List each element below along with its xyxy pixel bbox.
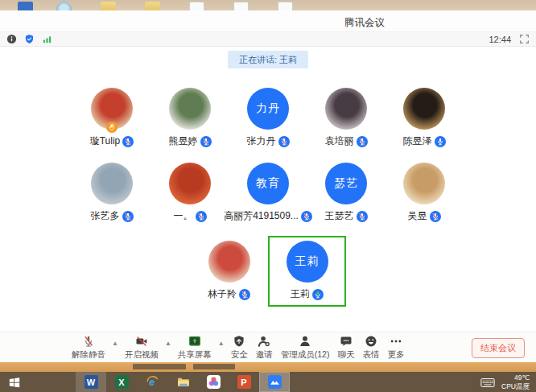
taskbar-excel-icon[interactable]: X <box>106 372 137 392</box>
participant-name: 王瑟艺 <box>325 209 354 223</box>
avatar <box>403 163 445 204</box>
avatar <box>91 88 133 130</box>
mic-muted-icon <box>122 211 134 222</box>
mic-muted-icon <box>430 211 441 222</box>
avatar-image <box>403 163 445 204</box>
participant-tile[interactable]: 力丹张力丹 <box>229 83 307 154</box>
desktop-icon[interactable] <box>278 2 293 10</box>
participant-tile[interactable]: 瑟艺王瑟艺 <box>307 158 386 229</box>
desktop-icon[interactable] <box>101 2 116 10</box>
participant-name-line: 高丽芳4191509... <box>224 209 312 223</box>
touch-keyboard-icon[interactable] <box>480 377 495 387</box>
meeting-toolbar: 解除静音▲开启视频▲共享屏幕▲安全邀请管理成员(12)聊天表情更多 <box>0 332 536 362</box>
participant-name-line: 璇Tulip <box>90 134 134 148</box>
avatar <box>91 163 133 204</box>
more-button[interactable]: 更多 <box>383 334 408 361</box>
ie-logo: e <box>146 375 159 389</box>
start-video-options-arrow[interactable]: ▲ <box>163 340 174 347</box>
emoji-button[interactable]: 表情 <box>358 334 383 361</box>
taskbar-meeting-icon[interactable] <box>259 372 290 392</box>
participant-tile[interactable]: 林子羚 <box>190 236 268 307</box>
chat-bubble-icon <box>339 334 353 349</box>
fullscreen-icon[interactable] <box>519 34 530 44</box>
avatar: 瑟艺 <box>325 163 367 204</box>
circles-app-logo <box>207 375 221 389</box>
avatar <box>169 163 211 204</box>
taskbar-word-icon[interactable]: W <box>76 372 106 392</box>
start-video-button[interactable]: 开启视频 <box>121 334 163 361</box>
members-icon <box>298 334 312 349</box>
participant-name: 璇Tulip <box>90 134 121 148</box>
participant-tile[interactable]: 陈昱泽 <box>386 83 464 154</box>
speaking-banner: 正在讲话: 王莉 <box>228 51 308 68</box>
taskbar-powerpoint-icon[interactable]: P <box>229 372 259 392</box>
shield-protect-icon[interactable] <box>24 34 35 44</box>
powerpoint-logo: P <box>237 375 251 389</box>
participant-row-1: 璇Tulip 熊昱婷 力丹张力丹 袁培丽 陈昱泽 <box>0 83 536 154</box>
taskbar-circles-app-icon[interactable] <box>198 372 229 392</box>
mic-speaking-icon <box>312 289 324 300</box>
unmute-label: 解除静音 <box>72 349 105 361</box>
desktop-strip <box>0 362 536 372</box>
mic-on-icon <box>435 136 446 147</box>
participant-name: 陈昱泽 <box>403 134 432 148</box>
security-button[interactable]: 安全 <box>227 334 252 361</box>
desktop-top-strip <box>0 0 536 10</box>
desktop-icon[interactable] <box>233 2 249 10</box>
manage-members-button[interactable]: 管理成员(12) <box>277 334 334 361</box>
participant-tile[interactable]: 袁培丽 <box>307 83 386 154</box>
desktop-icon[interactable] <box>18 2 33 10</box>
invite-button[interactable]: 邀请 <box>252 334 277 361</box>
start-video-label: 开启视频 <box>125 349 159 361</box>
participant-name-line: 王瑟艺 <box>325 209 368 223</box>
participant-row-3: 林子羚 王莉王莉 <box>0 236 536 307</box>
participant-name: 高丽芳4191509... <box>224 209 299 223</box>
participant-tile[interactable]: 熊昱婷 <box>151 83 229 154</box>
avatar-image: 王莉 <box>287 241 328 283</box>
participant-name-line: 吴昱 <box>408 209 441 223</box>
participant-tile[interactable]: 吴昱 <box>386 158 464 229</box>
avatar-image: 教育 <box>247 163 289 204</box>
unmute-button[interactable]: 解除静音 <box>68 334 109 361</box>
cpu-temp-value: 49℃ <box>501 373 530 382</box>
info-icon[interactable] <box>6 34 17 44</box>
avatar: 力丹 <box>247 88 289 130</box>
mic-muted-icon <box>239 289 250 300</box>
desktop-icon[interactable] <box>56 2 72 10</box>
avatar: 王莉 <box>287 241 328 283</box>
end-meeting-button[interactable]: 结束会议 <box>472 338 525 358</box>
participant-name-line: 张艺多 <box>91 209 134 223</box>
taskbar-ie-icon[interactable]: e <box>137 372 167 392</box>
participant-name-line: 王莉 <box>291 287 324 301</box>
desktop-icon[interactable] <box>189 2 204 10</box>
share-screen-label: 共享屏幕 <box>178 349 212 361</box>
network-signal-icon[interactable] <box>42 34 52 44</box>
camera-off-icon <box>134 334 149 349</box>
excel-logo: X <box>115 375 129 389</box>
participant-speaking[interactable]: 王莉王莉 <box>268 236 346 307</box>
start-button[interactable] <box>0 372 29 392</box>
avatar-image: 力丹 <box>247 88 289 130</box>
taskbar-explorer-icon[interactable] <box>167 372 198 392</box>
participant-tile[interactable]: 张艺多 <box>73 158 151 229</box>
security-label: 安全 <box>231 349 248 361</box>
word-logo: W <box>85 375 98 389</box>
chat-label: 聊天 <box>337 349 354 361</box>
participant-tile[interactable]: 璇Tulip <box>73 83 151 154</box>
desktop-text-smudge <box>193 364 235 369</box>
avatar-image: 瑟艺 <box>325 163 367 204</box>
invite-label: 邀请 <box>256 349 273 361</box>
participant-tile[interactable]: 一。 <box>151 158 229 229</box>
hand-raised-icon <box>106 122 118 133</box>
cpu-temp-widget: 49℃ CPU温度 <box>501 373 530 390</box>
share-screen-button[interactable]: 共享屏幕 <box>174 334 216 361</box>
chat-button[interactable]: 聊天 <box>333 334 358 361</box>
participant-name-line: 林子羚 <box>208 287 250 301</box>
participant-tile[interactable]: 教育高丽芳4191509... <box>229 158 307 229</box>
unmute-options-arrow[interactable]: ▲ <box>109 340 121 347</box>
participant-name: 吴昱 <box>408 209 427 223</box>
meeting-logo <box>268 375 282 389</box>
desktop-icon[interactable] <box>145 2 160 10</box>
share-screen-options-arrow[interactable]: ▲ <box>216 340 227 347</box>
participant-name: 张力丹 <box>247 134 276 148</box>
